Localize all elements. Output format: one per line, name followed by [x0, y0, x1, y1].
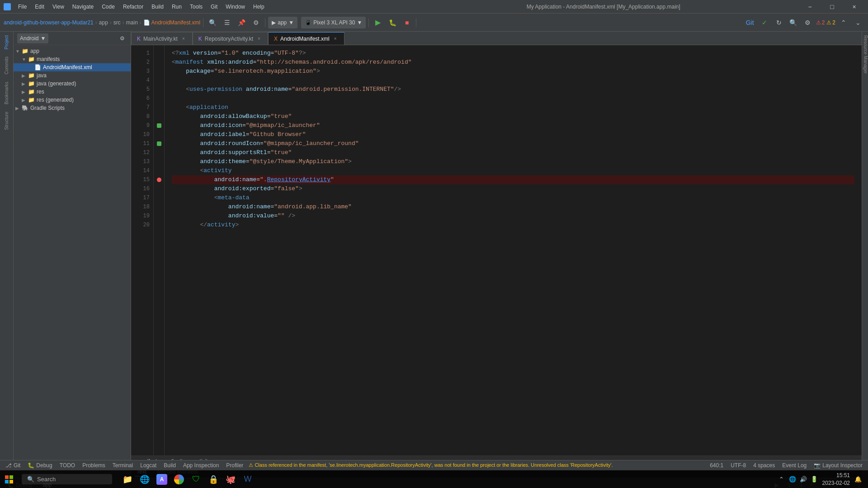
tray-arrow[interactable]: ⌃: [777, 475, 786, 484]
status-appinspection[interactable]: App Inspection: [181, 462, 221, 469]
taskbar-search[interactable]: 🔍 Search: [22, 474, 112, 484]
breakpoint-15[interactable]: [157, 178, 161, 182]
tray-battery[interactable]: 🔋: [810, 475, 819, 484]
breadcrumb-src[interactable]: src: [113, 19, 121, 26]
breadcrumb-main[interactable]: main: [126, 19, 138, 26]
menu-help[interactable]: Help: [250, 3, 268, 11]
status-layout-inspector[interactable]: 📷 Layout Inspector: [812, 462, 864, 469]
menu-git[interactable]: Git: [207, 3, 221, 11]
time-display[interactable]: 15:51 2023-02-02: [822, 472, 850, 487]
toolbar-search-btn[interactable]: 🔍: [206, 16, 219, 29]
tree-item-java-gen[interactable]: ▶ 📁 java (generated): [14, 80, 131, 88]
taskbar-bitwarden[interactable]: 🔒: [205, 471, 222, 488]
menu-window[interactable]: Window: [222, 3, 249, 11]
toolbar-git-btn[interactable]: Git: [744, 16, 756, 29]
start-button[interactable]: [0, 470, 18, 488]
breadcrumb-project[interactable]: android-github-browser-app-Mudar21: [4, 19, 94, 26]
tree-item-gradle[interactable]: ▶ 🐘 Gradle Scripts: [14, 104, 131, 112]
minimize-button[interactable]: −: [800, 0, 820, 14]
code-area[interactable]: <?xml version="1.0" encoding="UTF-8"?> <…: [165, 45, 862, 455]
taskbar-word[interactable]: W: [240, 471, 256, 488]
status-todo[interactable]: TODO: [58, 462, 77, 469]
tree-item-app[interactable]: ▼ 📁 app: [14, 47, 131, 55]
structure-panel-label[interactable]: Structure: [2, 108, 11, 134]
tree-label-gradle: Gradle Scripts: [30, 105, 65, 111]
toolbar-check-btn[interactable]: ✓: [758, 16, 771, 29]
toolbar-down-btn[interactable]: ⌄: [852, 16, 864, 29]
clock-time: 15:51: [822, 472, 850, 479]
tray-network[interactable]: 🌐: [788, 475, 797, 484]
run-button[interactable]: ▶: [372, 16, 384, 29]
status-warning-message: ⚠ Class referenced in the manifest, 'se.…: [249, 462, 704, 468]
taskbar: 🔍 Search 📁 🌐 A 🛡 🔒 🐙 W ⌃ 🌐 🔊 🔋 15:51 202…: [0, 470, 868, 488]
tree-item-res-gen[interactable]: ▶ 📁 res (generated): [14, 96, 131, 104]
toolbar-up-btn[interactable]: ⌃: [837, 16, 850, 29]
debug-run-button[interactable]: 🐛: [386, 16, 399, 29]
app-dropdown[interactable]: ▶ app ▼: [268, 17, 297, 28]
taskbar-chrome[interactable]: [171, 471, 187, 488]
toolbar-sync-btn[interactable]: ↻: [773, 16, 785, 29]
taskbar-explorer[interactable]: 📁: [119, 471, 136, 488]
toolbar-search2-btn[interactable]: 🔍: [787, 16, 800, 29]
bookmarks-panel-label[interactable]: Bookmarks: [2, 78, 11, 108]
status-problems[interactable]: Problems: [80, 462, 107, 469]
breadcrumb-file[interactable]: 📄 AndroidManifest.xml: [143, 19, 200, 26]
menu-code[interactable]: Code: [98, 3, 118, 11]
editor-content[interactable]: 123456 789101112 131415161718 1920: [131, 45, 862, 455]
toolbar-settings2-btn[interactable]: ⚙: [802, 16, 814, 29]
tree-item-res[interactable]: ▶ 📁 res: [14, 88, 131, 96]
android-view-dropdown[interactable]: Android ▼: [17, 33, 48, 43]
tree-item-androidmanifest[interactable]: 📄 AndroidManifest.xml: [14, 63, 131, 71]
taskbar-kaspersky[interactable]: 🛡: [188, 471, 204, 488]
status-logcat[interactable]: Logcat: [138, 462, 158, 469]
tray-volume[interactable]: 🔊: [799, 475, 808, 484]
project-panel-label[interactable]: Project: [2, 32, 11, 53]
menu-build[interactable]: Build: [148, 3, 167, 11]
tree-settings-btn[interactable]: ⚙: [117, 33, 127, 43]
menu-file[interactable]: File: [14, 3, 30, 11]
device-dropdown[interactable]: 📱 Pixel 3 XL API 30 ▼: [301, 17, 366, 28]
close-button[interactable]: ×: [844, 0, 864, 14]
menu-refactor[interactable]: Refactor: [119, 3, 147, 11]
breadcrumb-app[interactable]: app: [99, 19, 108, 26]
toolbar-settings-btn[interactable]: ⚙: [250, 16, 262, 29]
tab-androidmanifest[interactable]: X AndroidManifest.xml ×: [268, 32, 344, 45]
tree-item-manifests[interactable]: ▼ 📁 manifests: [14, 55, 131, 63]
taskbar-studio[interactable]: A: [154, 471, 170, 488]
tab-repositoryactivity[interactable]: K RepositoryActivity.kt ×: [193, 32, 268, 45]
tab-mainactivity-close[interactable]: ×: [180, 36, 187, 42]
svg-rect-2: [5, 480, 9, 483]
status-position[interactable]: 640:1: [708, 462, 725, 469]
stop-button[interactable]: ■: [401, 16, 413, 29]
status-debug-label: Debug: [36, 462, 52, 469]
status-encoding[interactable]: UTF-8: [729, 462, 748, 469]
commits-panel-label[interactable]: Commits: [2, 53, 11, 78]
status-eventlog[interactable]: Event Log: [780, 462, 808, 469]
menu-view[interactable]: View: [49, 3, 68, 11]
window-controls: − □ ×: [800, 0, 864, 14]
resource-manager-label[interactable]: Resource Manager: [862, 32, 868, 77]
menu-navigate[interactable]: Navigate: [69, 3, 97, 11]
menu-edit[interactable]: Edit: [31, 3, 48, 11]
tab-androidmanifest-close[interactable]: ×: [332, 36, 339, 42]
toolbar-list-btn[interactable]: ☰: [221, 16, 233, 29]
code-line-14: <activity: [172, 166, 854, 175]
tab-repositoryactivity-close[interactable]: ×: [256, 36, 262, 42]
status-git[interactable]: ⎇ Git: [4, 462, 22, 469]
tab-mainactivity[interactable]: K MainActivity.kt ×: [131, 32, 193, 45]
status-indent[interactable]: 4 spaces: [751, 462, 777, 469]
tray-notification[interactable]: 🔔: [854, 475, 863, 484]
taskbar-github[interactable]: 🐙: [222, 471, 239, 488]
status-build[interactable]: Build: [162, 462, 178, 469]
status-profiler[interactable]: Profiler: [224, 462, 245, 469]
code-line-17: <meta-data: [172, 193, 854, 202]
toolbar-pin-btn[interactable]: 📌: [235, 16, 248, 29]
menu-run[interactable]: Run: [168, 3, 185, 11]
maximize-button[interactable]: □: [822, 0, 842, 14]
line-numbers: 123456 789101112 131415161718 1920: [131, 45, 154, 455]
tree-item-java[interactable]: ▶ 📁 java: [14, 71, 131, 80]
taskbar-edge[interactable]: 🌐: [137, 471, 153, 488]
status-debug[interactable]: 🐛 Debug: [26, 462, 54, 469]
status-terminal[interactable]: Terminal: [111, 462, 135, 469]
menu-tools[interactable]: Tools: [186, 3, 206, 11]
